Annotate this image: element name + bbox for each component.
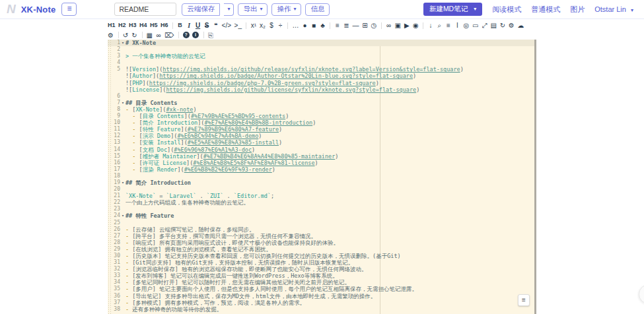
normal-mode-link[interactable]: 普通模式 — [531, 5, 560, 15]
editor-line[interactable]: 1▾# XK-Note — [108, 40, 536, 46]
cloud-save-dropdown-button[interactable]: ▾ — [224, 3, 234, 16]
bold-icon[interactable]: B — [177, 21, 183, 30]
video-icon[interactable]: ▶ — [404, 21, 410, 30]
editor-line[interactable]: 18 — [108, 173, 536, 179]
image-icon[interactable]: ▣ — [394, 21, 400, 30]
editor-line[interactable]: 21`XK-Note` = `Laravel` . `ZUI` . `Edito… — [108, 193, 536, 199]
editor-line[interactable]: 12 - [演示 Demo](#%E6%BC%94%E7%A4%BA-demo) — [108, 133, 536, 139]
undo-icon[interactable]: ↺ — [123, 31, 129, 40]
editor-line[interactable]: 13 - [安装 Install](#%E5%AE%89%E8%A3%85-in… — [108, 139, 536, 146]
editor-line[interactable]: ![PHP](https://img.shields.io/badge/php-… — [108, 80, 536, 86]
editor-line[interactable]: 9 - [目录 Contents](#%E7%9B%AE%E5%BD%95-co… — [108, 113, 536, 119]
list-ul-icon[interactable]: ≡ — [334, 21, 340, 30]
fold-arrow-icon[interactable]: ▾ — [120, 179, 125, 186]
help-icon[interactable]: ? — [183, 32, 190, 38]
info-icon[interactable]: i — [192, 32, 199, 38]
h3-button[interactable]: H3 — [129, 21, 137, 30]
trash-icon[interactable]: ⌦ — [164, 31, 174, 40]
archive-icon[interactable]: ▦ — [147, 31, 153, 40]
italic-icon[interactable]: I — [186, 21, 192, 30]
editor-line[interactable]: 7▾## 目录 Contents — [108, 100, 536, 106]
editor-line[interactable]: 11 - [特性 Feature](#%E7%89%B9%E6%80%A7-fe… — [108, 126, 536, 133]
editor-line[interactable]: 3> 一个集各种神奇功能的云笔记 — [108, 53, 536, 59]
quote-icon[interactable]: ❝ — [213, 21, 219, 30]
editor-scrollbar[interactable] — [534, 40, 536, 314]
file-icon[interactable]: ▤ — [490, 21, 496, 30]
redo-icon[interactable]: ↻ — [131, 31, 137, 40]
user-menu[interactable]: Otstar Lin ▾ — [594, 5, 633, 13]
editor-line[interactable]: 6 — [108, 93, 536, 100]
editor-line[interactable]: 35- [多用户] 笔记主要面向个人使用，但是也支持多人同时使用，每个用户的笔记… — [108, 286, 536, 292]
editor-line[interactable]: 5![Version](https://img.shields.io/githu… — [108, 66, 536, 73]
editor-line[interactable]: 34- [多笔记同时打开] 笔记可以随时打开，您无需在编辑其他笔记时关闭之前开启… — [108, 279, 536, 286]
divide-icon[interactable]: ÷ — [277, 21, 283, 30]
sync-icon[interactable]: ↻ — [499, 21, 505, 30]
editor-line[interactable]: 29- [在线浏览] 拥有独立的浏览模式，查看笔记不再困扰。 — [108, 246, 536, 253]
info-button[interactable]: 信息 — [305, 3, 330, 16]
editor-line[interactable]: 23 — [108, 206, 536, 212]
editor-line[interactable]: 25 — [108, 220, 536, 226]
editor-line[interactable]: 36- [导出笔记] 支持多种导出格式，保存为MD文件，html文件，由本地即时… — [108, 293, 536, 299]
markdown-editor[interactable]: 1▾# XK-Note23> 一个集各种神奇功能的云笔记45![Version]… — [108, 40, 536, 314]
fullscreen-icon[interactable]: ⤢ — [482, 21, 487, 30]
sidebar-toggle-button[interactable]: ≡ — [61, 3, 77, 16]
editor-line[interactable]: 14 - [文档 Doc](#%E6%96%87%E6%A1%A3-doc) — [108, 146, 536, 153]
strikethrough-icon[interactable]: S — [204, 21, 210, 30]
preview-icon[interactable]: ◎ — [463, 21, 469, 30]
editor-line[interactable]: 38- 还有多种神奇的功能等待你的发掘。 — [108, 306, 536, 313]
h4-button[interactable]: H4 — [139, 21, 147, 30]
edge-float-button[interactable] — [639, 284, 644, 304]
emoji-icon[interactable]: ♣ — [320, 21, 326, 30]
editor-line[interactable]: 2 — [108, 46, 536, 53]
toc-float-button[interactable]: ≡ — [518, 294, 530, 306]
settings-icon[interactable]: ⚙ — [509, 21, 515, 30]
editor-line[interactable]: 4 — [108, 59, 536, 66]
editor-line[interactable]: 24▾## 特性 Feature — [108, 212, 536, 219]
datetime-icon[interactable]: ◷ — [371, 21, 376, 30]
editor-line[interactable]: ![Lincense](https://img.shields.io/githu… — [108, 86, 536, 93]
goto-line-icon[interactable]: ↓ — [427, 21, 433, 30]
math-icon[interactable]: $ — [268, 21, 274, 30]
subscript-icon[interactable]: x₂ — [260, 21, 266, 30]
editor-line[interactable]: 10 - [简介 Introduction](#%E7%AE%80%E4%BB%… — [108, 119, 536, 126]
read-mode-link[interactable]: 阅读模式 — [492, 5, 521, 15]
editor-line[interactable]: 19▾## 简介 Introduction — [108, 179, 536, 186]
editor-line[interactable]: 31- [Git同步支持] 独有的Git支持，支持版本控制，无惧误操作，随时从旧… — [108, 259, 536, 266]
globe-icon[interactable]: ◉ — [413, 21, 419, 30]
editor-line[interactable]: ![Author](https://img.shields.io/badge/A… — [108, 73, 536, 79]
team-icon[interactable]: ∞ — [155, 31, 161, 40]
ellipsis-icon[interactable]: … — [292, 21, 299, 30]
editor-line[interactable]: 32- [浏览器临时保存] 独有的浏览器端保存功能，即使断网了也能安心写作，无惧… — [108, 266, 536, 272]
h5-button[interactable]: H5 — [150, 21, 158, 30]
export-button[interactable]: 导出 ▾ — [238, 3, 268, 16]
fold-arrow-icon[interactable]: ▾ — [120, 100, 125, 106]
editor-line[interactable]: 15 - [维护者 Maintainer](#%E7%BB%B4%E6%8A%A… — [108, 153, 536, 160]
link-icon[interactable]: ∞ — [386, 21, 392, 30]
image-link[interactable]: 图片 — [570, 5, 585, 15]
square-icon[interactable]: ■ — [310, 21, 316, 30]
h1-button[interactable]: H1 — [108, 21, 116, 30]
gear-icon[interactable]: ⚙ — [108, 31, 114, 40]
h6-button[interactable]: H6 — [161, 21, 168, 30]
fold-arrow-icon[interactable]: ▾ — [120, 212, 125, 219]
hr-icon[interactable]: — — [352, 21, 359, 30]
action-button[interactable]: 操作 ▾ — [271, 3, 301, 16]
editor-line[interactable]: 33- [发布到博客] 笔记可以在编辑完成后一键推送到WordPress，Hex… — [108, 272, 536, 279]
editor-line[interactable]: 22一个由上方代码组成，集各种神奇功能的云笔记。 — [108, 199, 536, 206]
editor-line[interactable]: 28- [响应式] 所有页面均采用响应式设计，即使尺寸极小的设备也能保持良好的体… — [108, 239, 536, 246]
new-md-note-button[interactable]: 新建MD笔记 ▾ — [423, 3, 482, 16]
h2-button[interactable]: H2 — [118, 21, 126, 30]
code-icon[interactable]: </> — [222, 21, 231, 30]
underline-icon[interactable]: U — [195, 21, 201, 30]
editor-line[interactable]: 16 - [许可证 License](#%E8%AE%B8%E5%8F%AF%E… — [108, 160, 536, 166]
cloud-upload-icon[interactable]: ☁ — [517, 21, 524, 30]
circle-icon[interactable]: ● — [302, 21, 308, 30]
cursor-icon[interactable]: I — [454, 21, 460, 30]
editor-line[interactable]: 37- [多种模式] 拥有多种模式，写作，预览，阅读，满足各种人的需求。 — [108, 299, 536, 306]
editor-line[interactable]: 8- [XK-Note](#xk-note) — [108, 106, 536, 113]
list-ol-icon[interactable]: ≣ — [343, 21, 349, 30]
editor-line[interactable]: 27- [跨平台] 多平台支持，撰写查阅只需一个浏览器，无惧任何不兼容情况。 — [108, 233, 536, 239]
fold-arrow-icon[interactable]: ▾ — [120, 40, 125, 46]
table-icon[interactable]: ⊞ — [362, 21, 368, 30]
code-block-icon[interactable]: >_ — [234, 21, 242, 30]
